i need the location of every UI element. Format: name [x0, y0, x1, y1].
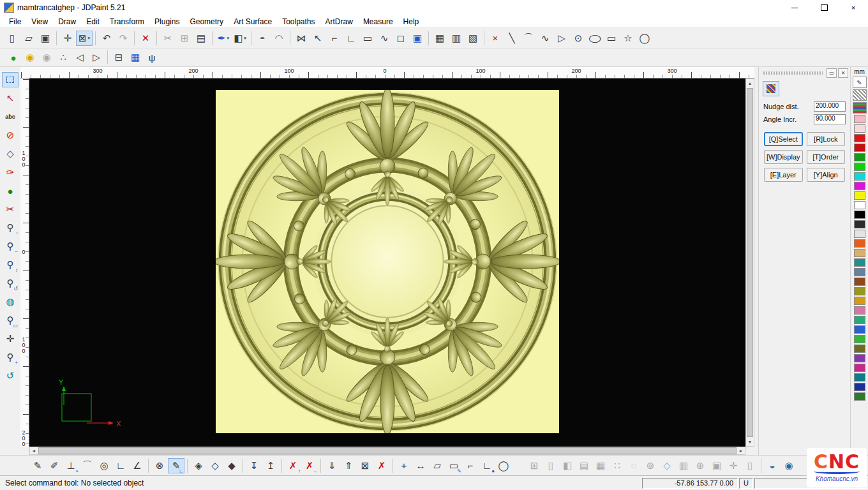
array-diag-icon[interactable]: ▧	[465, 31, 481, 46]
solid-diamond-icon[interactable]: ◆	[223, 458, 240, 473]
sketch-pencil-icon[interactable]: ✎	[29, 458, 46, 473]
sheet-copy-icon[interactable]: ⊟	[110, 50, 127, 65]
color-swatch[interactable]	[854, 392, 865, 401]
relief-solid-icon[interactable]: ◓	[254, 31, 271, 46]
color-swatch[interactable]	[854, 191, 865, 200]
tangent-circle-icon[interactable]: ⊗	[151, 458, 168, 473]
window-select-icon[interactable]: ◻	[393, 31, 409, 46]
corner-node-icon[interactable]: ⌐	[462, 458, 479, 473]
nudge-distance-input[interactable]: 200.000	[814, 101, 846, 112]
menu-plugins[interactable]: Plugins	[149, 16, 184, 27]
project-up-icon[interactable]: ↥	[262, 458, 279, 473]
scroll-thumb[interactable]	[38, 447, 737, 454]
color-swatch[interactable]	[854, 345, 865, 353]
add-node-icon[interactable]: +	[396, 458, 412, 473]
draw-arc-icon[interactable]: ⌒	[520, 31, 537, 46]
color-swatch[interactable]	[854, 153, 865, 161]
canvas-viewport[interactable]: Y X	[29, 78, 745, 447]
zoom-page-tool-icon[interactable]: ⚲▭	[2, 313, 19, 328]
app-icon[interactable]	[4, 3, 14, 13]
step-forward-icon[interactable]: ▷	[88, 50, 105, 65]
bring-front-icon[interactable]: ⇑	[340, 458, 357, 473]
panel-close-button[interactable]: ✕	[838, 68, 848, 78]
color-swatch[interactable]	[854, 258, 865, 267]
color-swatch[interactable]	[854, 172, 865, 181]
panel-button-wdisplay[interactable]: [W]Display	[764, 150, 803, 164]
surface-mode-icon[interactable]: ◧▾	[232, 31, 248, 46]
scroll-up-button[interactable]: ▲	[746, 79, 754, 87]
snap-dots-icon[interactable]: ∴	[55, 50, 71, 65]
palette-pattern-icon[interactable]	[853, 102, 867, 114]
array-rows-icon[interactable]: ▦	[431, 31, 448, 46]
color-swatch[interactable]	[854, 124, 865, 133]
open-icon[interactable]: ▱	[20, 31, 37, 46]
refresh-tool-icon[interactable]: ↺	[2, 368, 19, 383]
node-rect-icon[interactable]: ▭	[359, 31, 376, 46]
color-swatch[interactable]	[854, 297, 865, 305]
scroll-right-button[interactable]: ►	[737, 447, 745, 455]
menu-transform[interactable]: Transform	[105, 16, 149, 27]
zoom-dynamic-tool-icon[interactable]: ⚲↕	[2, 257, 19, 272]
ortho-pencil-icon[interactable]: ✎∟	[168, 458, 184, 473]
horizontal-scrollbar[interactable]: ◄ ►	[29, 447, 745, 455]
palette-pencil-icon[interactable]: ✎	[853, 77, 867, 88]
project-down-icon[interactable]: ↧	[246, 458, 262, 473]
color-swatch[interactable]	[854, 249, 865, 257]
menu-toolpaths[interactable]: Toolpaths	[277, 16, 320, 27]
delete-object-icon[interactable]: ✗	[373, 458, 390, 473]
snap-perp-point-icon[interactable]: ⊥×	[63, 458, 79, 473]
panel-grip[interactable]	[763, 71, 823, 75]
marquee-edit-icon[interactable]: ▭✎	[445, 458, 462, 473]
surface-mode-icon-dropdown[interactable]: ▾	[244, 36, 246, 41]
color-swatch[interactable]	[854, 278, 865, 286]
hollow-diamond-icon[interactable]: ◇	[207, 458, 223, 473]
paste-icon[interactable]: ▤	[193, 31, 209, 46]
color-swatch[interactable]	[854, 230, 865, 238]
menu-geometry[interactable]: Geometry	[184, 16, 228, 27]
view-grid-icon[interactable]: ▦	[127, 50, 144, 65]
scroll-thumb[interactable]	[747, 88, 753, 437]
step-back-icon[interactable]: ◁	[71, 50, 88, 65]
color-swatch[interactable]	[854, 134, 865, 142]
scroll-down-button[interactable]: ▼	[746, 438, 754, 446]
undo-icon[interactable]: ↶	[98, 31, 115, 46]
zoom-out-tool-icon[interactable]: ⚲−	[2, 239, 19, 254]
panel-button-qselect[interactable]: [Q]Select	[764, 132, 803, 146]
spline-pen-icon[interactable]: ∿	[376, 31, 393, 46]
chamfer-icon[interactable]: ∟	[343, 31, 359, 46]
nudge-move-icon[interactable]: ✛	[59, 31, 76, 46]
array-cols-icon[interactable]: ▥	[448, 31, 465, 46]
color-swatch[interactable]	[854, 383, 865, 391]
panel-float-button[interactable]: ▭	[827, 68, 837, 78]
break-node-icon[interactable]: ▱	[429, 458, 445, 473]
eye-icon[interactable]: ◉	[781, 458, 797, 473]
fill-diamond-icon[interactable]: ◈	[190, 458, 207, 473]
menu-artsurface[interactable]: Art Surface	[228, 16, 277, 27]
color-swatch[interactable]	[854, 306, 865, 315]
color-swatch[interactable]	[854, 201, 865, 209]
panel-tab-pattern[interactable]	[763, 81, 779, 96]
send-back-icon[interactable]: ⇓	[324, 458, 340, 473]
split-tool-icon[interactable]: ✂	[2, 202, 19, 217]
angle-increment-input[interactable]: 90.000	[814, 114, 846, 124]
light-on-icon[interactable]: ◉	[22, 50, 38, 65]
minimize-button[interactable]	[780, 0, 809, 15]
select-tool-icon[interactable]	[2, 72, 19, 87]
pen-color-icon[interactable]: ✒▾	[215, 31, 232, 46]
color-swatch[interactable]	[854, 239, 865, 248]
color-swatch[interactable]	[854, 325, 865, 334]
corner-join-icon[interactable]: ⌐	[326, 31, 343, 46]
text-tool-icon[interactable]: abc	[2, 109, 19, 124]
join-nodes-icon[interactable]: ↔	[412, 458, 429, 473]
color-swatch[interactable]	[854, 163, 865, 171]
erase-tool-icon[interactable]: ⊘	[2, 128, 19, 143]
sketch-spline-icon[interactable]: ✐	[46, 458, 63, 473]
draft-point-icon[interactable]: ●	[5, 50, 22, 65]
swap-order-icon[interactable]: ⊠	[357, 458, 373, 473]
smooth-node-icon[interactable]: ∟●	[479, 458, 495, 473]
maximize-button[interactable]	[809, 0, 839, 15]
color-swatch[interactable]	[854, 220, 865, 228]
panel-button-elayer[interactable]: [E]Layer	[764, 168, 803, 182]
fill-tool-icon[interactable]: ✑	[2, 165, 19, 180]
draw-ellipse-icon[interactable]: ◯	[587, 31, 603, 46]
